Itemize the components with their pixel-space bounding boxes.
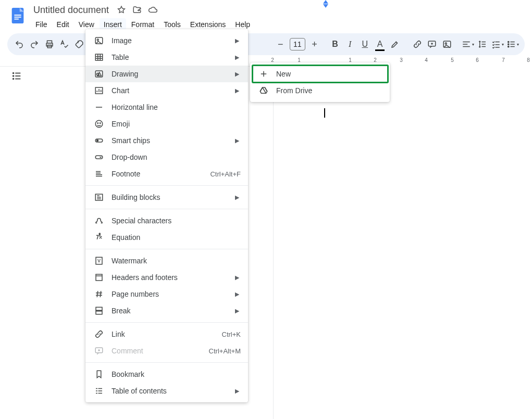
chevron-right-icon: ► <box>233 307 241 315</box>
insert-link-button[interactable] <box>410 36 424 52</box>
svg-rect-31 <box>96 274 102 281</box>
docs-logo[interactable] <box>7 5 28 26</box>
bblocks-icon <box>94 192 104 202</box>
menu-separator <box>85 362 248 363</box>
menu-label: Smart chips <box>112 136 229 145</box>
submenu-item-new[interactable]: New <box>250 66 390 82</box>
image-icon <box>94 35 104 46</box>
left-indent-marker[interactable] <box>323 4 328 8</box>
menu-separator <box>85 249 248 249</box>
bookmark-icon <box>94 369 104 379</box>
menu-item-drop-down[interactable]: Drop-down <box>85 149 248 166</box>
menu-shortcut: Ctrl+K <box>222 331 241 338</box>
menu-item-chart[interactable]: Chart► <box>85 82 248 99</box>
insert-image-button[interactable] <box>440 36 454 52</box>
menu-item-special-characters[interactable]: Special characters <box>85 212 248 229</box>
hline-icon <box>94 102 104 112</box>
svg-point-12 <box>508 46 509 47</box>
paint-format-button[interactable] <box>72 36 86 52</box>
menu-item-page-numbers[interactable]: Page numbers► <box>85 286 248 302</box>
menu-item-horizontal-line[interactable]: Horizontal line <box>85 99 248 116</box>
chevron-right-icon: ► <box>233 193 241 201</box>
svg-rect-18 <box>95 54 103 60</box>
menu-label: Bookmark <box>112 370 241 378</box>
menu-separator <box>85 185 248 186</box>
menu-item-image[interactable]: Image► <box>85 32 248 49</box>
menu-item-headers-and-footers[interactable]: Headers and footers► <box>85 269 248 286</box>
svg-point-11 <box>508 44 509 45</box>
svg-point-13 <box>13 73 14 74</box>
link-icon <box>94 329 104 339</box>
checklist-button[interactable]: ▾ <box>491 36 505 52</box>
menu-label: Comment <box>112 347 209 355</box>
document-title[interactable]: Untitled document <box>31 5 111 16</box>
svg-point-17 <box>97 39 98 41</box>
underline-button[interactable]: U <box>358 36 372 52</box>
align-button[interactable]: ▾ <box>461 36 475 52</box>
menu-label: Watermark <box>112 257 241 265</box>
menu-item-building-blocks[interactable]: Building blocks► <box>85 189 248 206</box>
svg-rect-33 <box>96 311 102 314</box>
menubar-item-file[interactable]: File <box>31 18 52 31</box>
break-icon <box>94 306 104 316</box>
first-line-indent-marker[interactable] <box>323 0 328 4</box>
increase-font-size-button[interactable]: + <box>307 36 321 52</box>
bulleted-list-button[interactable]: ▾ <box>505 36 519 52</box>
menu-item-link[interactable]: LinkCtrl+K <box>85 326 248 342</box>
redo-button[interactable] <box>28 36 42 52</box>
move-icon[interactable] <box>132 5 142 15</box>
menu-label: Special characters <box>112 217 241 225</box>
spellcheck-button[interactable] <box>57 36 71 52</box>
emoji-icon <box>94 119 104 129</box>
menu-label: Emoji <box>112 120 241 128</box>
hash-icon <box>94 289 104 299</box>
svg-point-14 <box>13 75 14 77</box>
highlight-color-button[interactable] <box>388 36 402 52</box>
document-page[interactable] <box>273 62 532 419</box>
decrease-font-size-button[interactable]: − <box>274 36 288 52</box>
cloud-status-icon[interactable] <box>147 5 158 15</box>
menu-label: New <box>276 70 382 78</box>
chevron-right-icon: ► <box>233 70 241 78</box>
menu-label: Horizontal line <box>112 103 241 111</box>
svg-point-9 <box>445 43 447 44</box>
star-icon[interactable] <box>116 5 127 15</box>
undo-button[interactable] <box>13 36 27 52</box>
print-button[interactable] <box>42 36 56 52</box>
font-size-input[interactable]: 11 <box>290 38 305 50</box>
menu-item-watermark[interactable]: Watermark <box>85 252 248 269</box>
svg-point-24 <box>100 123 101 124</box>
text-color-button[interactable]: A <box>373 36 387 52</box>
add-comment-button[interactable] <box>425 36 439 52</box>
menu-item-drawing[interactable]: Drawing► <box>85 66 248 82</box>
menu-item-emoji[interactable]: Emoji <box>85 116 248 132</box>
menu-item-break[interactable]: Break► <box>85 302 248 319</box>
menu-item-equation[interactable]: 2Equation <box>85 229 248 246</box>
show-outline-button[interactable] <box>7 67 26 85</box>
menu-label: Equation <box>112 233 241 242</box>
bold-button[interactable]: B <box>328 36 342 52</box>
chips-icon <box>94 135 104 146</box>
menu-item-footnote[interactable]: FootnoteCtrl+Alt+F <box>85 166 248 182</box>
submenu-item-from-drive[interactable]: From Drive <box>250 82 390 99</box>
chevron-right-icon: ► <box>233 136 241 145</box>
toc-icon <box>94 386 104 396</box>
menu-label: Drop-down <box>112 153 241 161</box>
italic-button[interactable]: I <box>343 36 357 52</box>
menu-item-comment: CommentCtrl+Alt+M <box>85 342 248 359</box>
menu-item-table[interactable]: Table► <box>85 49 248 66</box>
chevron-right-icon: ► <box>233 86 241 95</box>
drawing-submenu: NewFrom Drive <box>250 62 390 102</box>
menu-item-smart-chips[interactable]: Smart chips► <box>85 132 248 149</box>
menu-item-table-of-contents[interactable]: Table of contents► <box>85 383 248 399</box>
menu-label: Table <box>112 53 229 61</box>
dropdown-icon <box>94 152 104 162</box>
chevron-right-icon: ► <box>233 36 241 45</box>
svg-rect-1 <box>14 15 21 16</box>
line-spacing-button[interactable] <box>476 36 490 52</box>
menu-item-bookmark[interactable]: Bookmark <box>85 366 248 383</box>
omega-icon <box>94 215 104 226</box>
chevron-right-icon: ► <box>233 273 241 282</box>
menubar-item-edit[interactable]: Edit <box>53 18 73 31</box>
text-cursor <box>324 108 325 118</box>
